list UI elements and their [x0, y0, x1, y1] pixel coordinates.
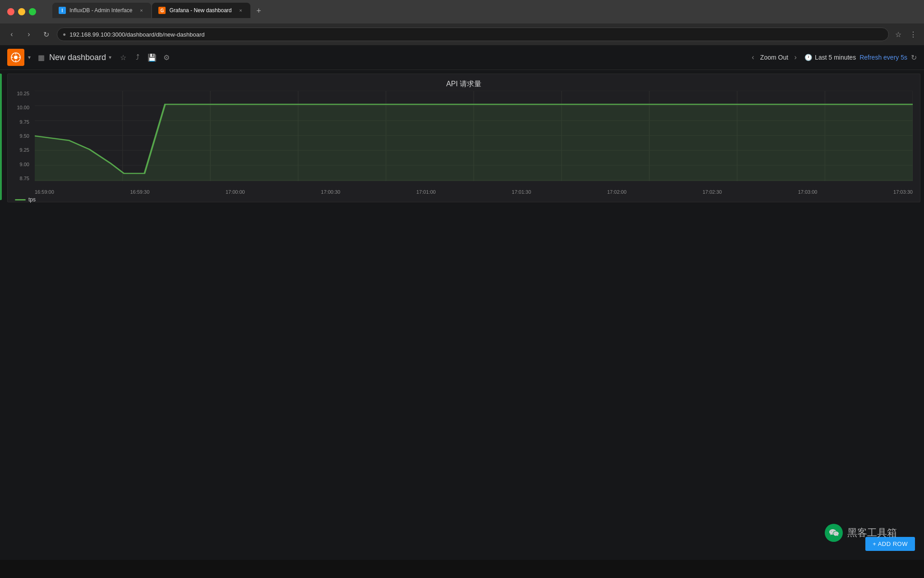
share-icon: ⤴: [136, 53, 139, 61]
x-label-0: 16:59:00: [35, 189, 54, 195]
url-text: 192.168.99.100:3000/dashboard/db/new-das…: [69, 31, 204, 38]
dashboard-grid-icon: ▦: [38, 53, 45, 62]
row-indicator: [0, 74, 2, 200]
panel-title: API 请求量: [8, 74, 920, 91]
watermark-text: 黑客工具箱: [847, 526, 897, 540]
time-range-label: Last 5 minutes: [815, 54, 856, 61]
legend: tps: [8, 195, 920, 205]
x-label-1: 16:59:30: [130, 189, 149, 195]
address-bar: ‹ › ↻ ● 192.168.99.100:3000/dashboard/db…: [0, 23, 924, 45]
grafana-favicon: G: [158, 7, 166, 14]
tab-grafana[interactable]: G Grafana - New dashboard ×: [152, 3, 250, 18]
wechat-icon: [825, 524, 843, 542]
grafana-content: API 请求量 10.25 10.00 9.75 9.50 9.25 9.00 …: [0, 70, 924, 560]
browser-chrome: I InfluxDB - Admin Interface × G Grafana…: [0, 0, 924, 45]
zoom-prev-button[interactable]: ‹: [748, 52, 758, 63]
influxdb-favicon: I: [59, 7, 66, 14]
time-range-picker[interactable]: 🕐 Last 5 minutes: [804, 54, 856, 61]
x-label-6: 17:02:00: [607, 189, 627, 195]
time-icon: 🕐: [804, 54, 812, 61]
chart-fill: [35, 104, 913, 181]
forward-button[interactable]: ›: [23, 28, 35, 41]
save-dashboard-button[interactable]: 💾: [145, 50, 159, 65]
dashboard-title-area: ▦ New dashboard ▾: [38, 53, 111, 62]
window-controls: [7, 8, 36, 15]
close-window-button[interactable]: [7, 8, 14, 15]
x-label-5: 17:01:30: [512, 189, 531, 195]
minimize-window-button[interactable]: [18, 8, 25, 15]
x-axis: 16:59:00 16:59:30 17:00:00 17:00:30 17:0…: [35, 189, 913, 195]
tab-grafana-close[interactable]: ×: [237, 7, 244, 14]
grafana-nav: ▾ ▦ New dashboard ▾ ☆ ⤴ 💾 ⚙ ‹ Zoom Out: [0, 45, 924, 70]
watermark: 黑客工具箱: [825, 524, 897, 542]
tab-influxdb-label: InfluxDB - Admin Interface: [69, 7, 132, 14]
share-dashboard-button[interactable]: ⤴: [130, 50, 145, 65]
back-button[interactable]: ‹: [5, 28, 18, 41]
maximize-window-button[interactable]: [29, 8, 36, 15]
zoom-next-button[interactable]: ›: [790, 52, 801, 63]
save-icon: 💾: [148, 53, 157, 62]
y-label-1: 10.00: [8, 105, 29, 110]
y-label-2: 9.75: [8, 119, 29, 125]
y-label-3: 9.50: [8, 133, 29, 139]
refresh-button[interactable]: ↻: [911, 53, 917, 62]
y-label-5: 9.00: [8, 162, 29, 167]
tab-influxdb[interactable]: I InfluxDB - Admin Interface ×: [52, 3, 151, 18]
reload-button[interactable]: ↻: [40, 28, 52, 41]
x-label-7: 17:02:30: [702, 189, 722, 195]
legend-label-tps: tps: [28, 196, 36, 203]
grafana-app: ▾ ▦ New dashboard ▾ ☆ ⤴ 💾 ⚙ ‹ Zoom Out: [0, 45, 924, 560]
chart-svg: [35, 91, 913, 181]
url-lock-icon: ●: [63, 31, 66, 37]
x-label-3: 17:00:30: [321, 189, 340, 195]
url-input[interactable]: ● 192.168.99.100:3000/dashboard/db/new-d…: [57, 28, 889, 41]
y-label-4: 9.25: [8, 147, 29, 153]
logo-dropdown-arrow[interactable]: ▾: [28, 54, 31, 61]
browser-menu-button[interactable]: ⋮: [908, 28, 919, 41]
x-label-4: 17:01:00: [416, 189, 436, 195]
grafana-logo-icon: [10, 52, 21, 63]
zoom-control: ‹ Zoom Out ›: [748, 52, 801, 63]
x-label-9: 17:03:30: [893, 189, 913, 195]
chart-container: 10.25 10.00 9.75 9.50 9.25 9.00 8.75: [8, 91, 920, 195]
dashboard-title-button[interactable]: New dashboard ▾: [49, 53, 111, 62]
wechat-logo-icon: [828, 527, 839, 538]
settings-icon: ⚙: [163, 53, 170, 62]
tab-influxdb-close[interactable]: ×: [138, 7, 145, 14]
svg-point-1: [14, 56, 18, 59]
new-tab-button[interactable]: +: [251, 4, 266, 18]
y-label-0: 10.25: [8, 91, 29, 96]
star-icon: ☆: [120, 53, 126, 62]
refresh-interval-label[interactable]: Refresh every 5s: [859, 54, 907, 61]
settings-button[interactable]: ⚙: [159, 50, 174, 65]
legend-color-indicator: [15, 199, 26, 200]
tab-grafana-label: Grafana - New dashboard: [169, 7, 231, 14]
tab-bar: I InfluxDB - Admin Interface × G Grafana…: [49, 0, 917, 18]
star-dashboard-button[interactable]: ☆: [116, 50, 130, 65]
zoom-out-label[interactable]: Zoom Out: [760, 54, 788, 61]
dashboard-title-text: New dashboard: [49, 53, 106, 62]
bookmark-button[interactable]: ☆: [893, 28, 903, 41]
dashboard-dropdown-arrow: ▾: [109, 54, 111, 61]
x-label-2: 17:00:00: [226, 189, 245, 195]
y-label-6: 8.75: [8, 176, 29, 181]
x-label-8: 17:03:00: [798, 189, 818, 195]
grafana-logo-button[interactable]: [7, 49, 24, 66]
title-bar: I InfluxDB - Admin Interface × G Grafana…: [0, 0, 924, 23]
nav-right: ‹ Zoom Out › 🕐 Last 5 minutes Refresh ev…: [748, 52, 917, 63]
y-axis: 10.25 10.00 9.75 9.50 9.25 9.00 8.75: [8, 91, 33, 181]
chart-panel: API 请求量 10.25 10.00 9.75 9.50 9.25 9.00 …: [7, 74, 920, 202]
